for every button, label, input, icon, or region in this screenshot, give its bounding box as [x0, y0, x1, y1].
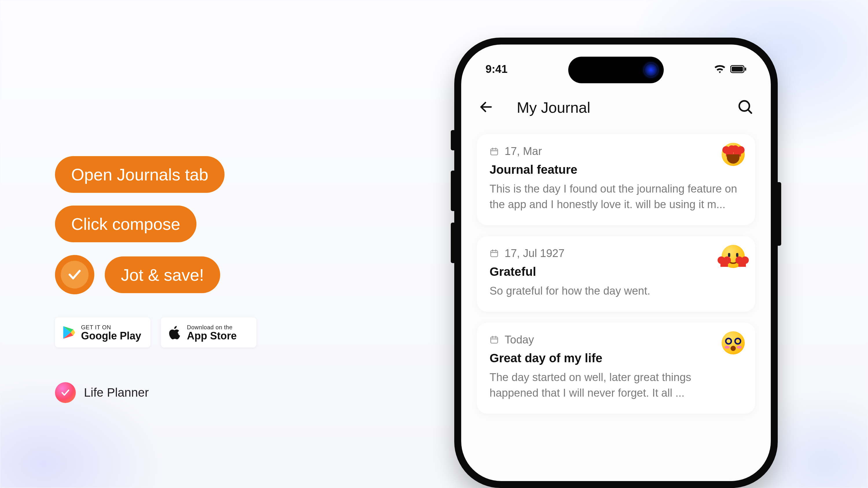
status-bar: 9:41: [461, 59, 771, 79]
entry-date: Today: [505, 334, 534, 346]
entry-title: Journal feature: [490, 163, 742, 176]
wifi-icon: [714, 65, 726, 73]
svg-rect-2: [745, 67, 746, 70]
phone-frame: 9:41 My Journal: [454, 38, 778, 488]
phone-side-button: [451, 130, 454, 150]
svg-rect-14: [491, 337, 498, 343]
calendar-icon: [490, 147, 499, 156]
entry-date: 17, Mar: [505, 145, 542, 158]
entry-date-row: 17, Jul 1927: [490, 247, 742, 260]
apple-line2: App Store: [187, 331, 237, 341]
mood-icon: [722, 143, 745, 166]
mood-icon: [722, 245, 745, 268]
check-badge: [55, 255, 94, 294]
arrow-left-icon: [478, 99, 494, 115]
entry-body: This is the day I found out the journali…: [490, 181, 742, 213]
apple-icon: [167, 325, 182, 340]
app-bar: My Journal: [477, 91, 755, 124]
google-line2: Google Play: [81, 331, 141, 341]
journal-entry[interactable]: 17, Jul 1927 Grateful So grateful for ho…: [477, 236, 755, 312]
app-store-badge[interactable]: Download on the App Store: [161, 318, 256, 348]
google-play-text: GET IT ON Google Play: [81, 324, 141, 341]
page-title: My Journal: [517, 99, 590, 116]
brand-icon: [55, 382, 76, 403]
check-icon: [61, 261, 89, 289]
promo-step-3: Jot & save!: [105, 256, 220, 293]
entry-title: Grateful: [490, 265, 742, 279]
calendar-icon: [490, 335, 499, 344]
brand-row: Life Planner: [55, 382, 256, 403]
entry-title: Great day of my life: [490, 351, 742, 365]
app-store-text: Download on the App Store: [187, 324, 237, 341]
calendar-icon: [490, 249, 499, 258]
svg-rect-6: [491, 149, 498, 155]
search-button[interactable]: [737, 99, 753, 116]
phone-screen: 9:41 My Journal: [461, 44, 771, 481]
search-icon: [737, 99, 753, 115]
entry-date: 17, Jul 1927: [505, 247, 564, 260]
brand-name: Life Planner: [84, 386, 149, 399]
svg-rect-1: [732, 67, 743, 72]
promo-column: Open Journals tab Click compose Jot & sa…: [55, 156, 256, 403]
mood-icon: [722, 331, 745, 354]
google-play-icon: [61, 325, 76, 340]
svg-line-5: [748, 109, 751, 113]
phone-side-button: [451, 223, 454, 263]
status-time: 9:41: [486, 63, 507, 75]
promo-step-2: Click compose: [55, 205, 196, 242]
entry-body: So grateful for how the day went.: [490, 283, 742, 299]
promo-step-3-row: Jot & save!: [55, 255, 256, 294]
phone-side-button: [451, 170, 454, 211]
battery-icon: [730, 65, 746, 73]
entry-date-row: Today: [490, 334, 742, 346]
store-badges-row: GET IT ON Google Play Download on the Ap…: [55, 318, 256, 348]
journal-list: 17, Mar Journal feature This is the day …: [477, 134, 755, 414]
app-content: My Journal 17, Mar Journal feature This …: [477, 91, 755, 481]
svg-rect-10: [491, 251, 498, 257]
google-play-badge[interactable]: GET IT ON Google Play: [55, 318, 151, 348]
entry-date-row: 17, Mar: [490, 145, 742, 158]
promo-step-1: Open Journals tab: [55, 156, 224, 193]
phone-side-button: [778, 182, 781, 246]
journal-entry[interactable]: 17, Mar Journal feature This is the day …: [477, 134, 755, 225]
back-button[interactable]: [478, 99, 494, 116]
entry-body: The day started on well, later great thi…: [490, 370, 742, 401]
journal-entry[interactable]: Today Great day of my life The day start…: [477, 323, 755, 414]
